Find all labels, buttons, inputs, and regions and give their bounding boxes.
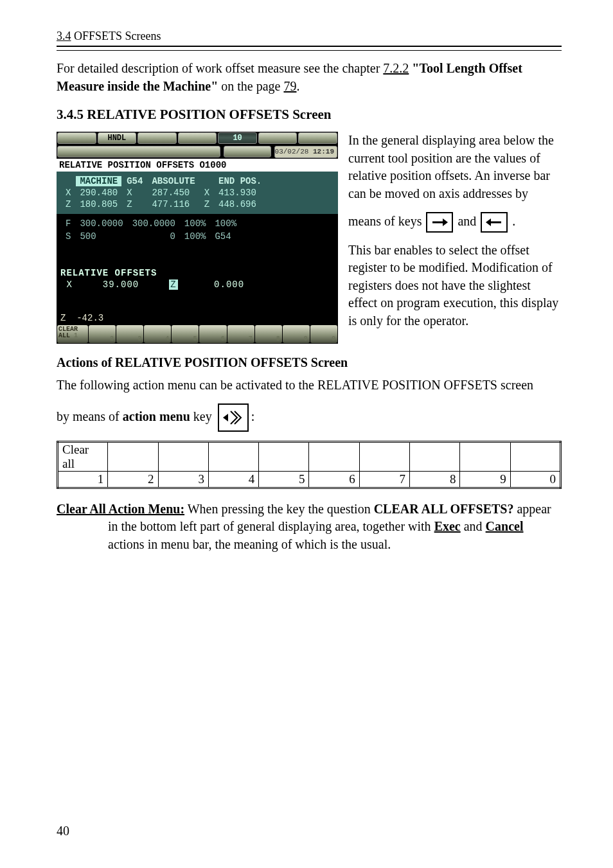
hdr-endpos: END POS.: [215, 176, 265, 186]
topbar-ten: 10: [218, 132, 257, 144]
menu-cell: 5: [172, 325, 199, 343]
cnc-clockrow: 03/02/28 12:19: [57, 145, 338, 159]
rel-title: RELATIVE OFFSETS: [60, 268, 334, 278]
topbar-hndl: HNDL: [98, 132, 137, 144]
svg-marker-3: [486, 218, 491, 226]
menu-cell: 0: [310, 325, 337, 343]
right-p1: In the general displaying area below the…: [348, 132, 562, 202]
ca-and: and: [461, 519, 486, 533]
cnc-rapid: Z -42.3: [60, 313, 103, 323]
menu-cell: 2: [89, 325, 116, 343]
menu-num: 0: [550, 472, 556, 486]
s-percent: 100%: [181, 231, 210, 242]
x-endpos: 413.930: [215, 188, 265, 198]
page-number: 40: [57, 824, 562, 838]
z-endpos: 448.696: [215, 199, 265, 209]
ca-body3: actions in menu bar, the meaning of whic…: [108, 537, 391, 551]
menu-clear-all: CLEARALL 1: [57, 325, 88, 343]
right-column-text: In the general displaying area below the…: [348, 132, 562, 339]
header-rule: [57, 46, 562, 51]
right-p3: This bar enables to select the offset re…: [348, 242, 562, 330]
hdr-g54: G54: [123, 176, 147, 186]
clear-all-title: Clear All Action Menu:: [57, 502, 184, 516]
clear-all-paragraph: Clear All Action Menu: When pressing the…: [57, 500, 562, 554]
topbar-cell: [298, 132, 337, 144]
menu-num: 8: [450, 472, 456, 486]
f-label: F: [62, 218, 75, 229]
page-header: 3.4 OFFSETS Screens: [57, 30, 562, 43]
svg-marker-1: [443, 218, 448, 226]
menu-num: 3: [198, 472, 204, 486]
menu-num: 4: [249, 472, 255, 486]
s-v1: 500: [76, 231, 127, 242]
cnc-screenshot: HNDL 10 03/02/28 12:19 RELATIVE POSITION…: [57, 132, 338, 344]
arrow-left-key-icon: [481, 212, 508, 233]
z-absolute: 477.116: [148, 199, 199, 209]
menu-num: 9: [500, 472, 506, 486]
rel-x-val: 39.000: [103, 279, 139, 290]
ca-body1: When pressing the key the question: [184, 502, 374, 516]
z-machine: 180.805: [76, 199, 121, 209]
ca-cancel: Cancel: [486, 519, 524, 533]
menu-num: 2: [148, 472, 154, 486]
cnc-position-block: MACHINE G54 ABSOLUTE END POS. X290.480 X…: [57, 172, 338, 214]
topbar-cell: [178, 132, 217, 144]
cnc-pos-table: MACHINE G54 ABSOLUTE END POS. X290.480 X…: [57, 173, 271, 212]
menu-cell: 6: [199, 325, 226, 343]
actions-by-c: key: [190, 409, 215, 423]
cnc-relative-offsets: RELATIVE OFFSETS X 39.000 Z 0.000: [57, 246, 338, 295]
cnc-datetime: 03/02/28 12:19: [274, 146, 337, 158]
ca-question: CLEAR ALL OFFSETS?: [374, 502, 514, 516]
intro-paragraph: For detailed description of work offset …: [57, 60, 562, 95]
menu-label-clear-all: Clear all: [62, 443, 89, 470]
intro-mid: on the page: [218, 79, 283, 93]
x-absolute: 287.450: [148, 188, 199, 198]
header-section-ref: 3.4: [57, 30, 71, 42]
right-p2b: and: [458, 213, 479, 227]
actions-title: Actions of RELATIVE POSITION OFFSETS Scr…: [57, 355, 562, 370]
menu-cell: 7: [227, 325, 254, 343]
intro-after: .: [296, 79, 299, 93]
action-menu-key-icon: [218, 403, 249, 432]
actions-intro: The following action menu can be activat…: [57, 376, 562, 394]
topbar-cell: [57, 132, 96, 144]
cnc-title-band: RELATIVE POSITION OFFSETS O1000: [57, 159, 338, 172]
clock-spacer: [57, 146, 220, 157]
svg-marker-4: [223, 414, 228, 421]
ca-exec: Exec: [434, 519, 461, 533]
s-label: S: [62, 231, 75, 242]
topbar-cell: [258, 132, 298, 144]
right-p2a: means of keys: [348, 213, 425, 227]
rel-values: X 39.000 Z 0.000: [60, 279, 334, 290]
right-p2c: .: [512, 213, 515, 227]
s-v2: 0: [129, 231, 179, 242]
actions-by: by means of action menu key :: [57, 403, 562, 432]
f-v2: 300.0000: [129, 218, 179, 229]
page-link[interactable]: 79: [283, 79, 296, 93]
actions-by-bold: action menu: [123, 409, 190, 423]
rel-z-val: 0.000: [214, 279, 244, 290]
chapter-link[interactable]: 7.2.2: [383, 61, 409, 75]
header-section-title: OFFSETS Screens: [74, 30, 161, 42]
menu-num: 5: [299, 472, 305, 486]
menu-num: 1: [98, 472, 104, 486]
menu-cell: 4: [144, 325, 171, 343]
hdr-machine: MACHINE: [76, 176, 121, 186]
menu-cell: 9: [283, 325, 310, 343]
f-percent: 100%: [181, 218, 210, 229]
arrow-right-key-icon: [426, 212, 453, 233]
actions-by-a: by means of: [57, 409, 123, 423]
x-machine: 290.480: [76, 188, 121, 198]
topbar-cell: [138, 132, 177, 144]
cnc-feed-block: F 300.0000 300.0000 100% 100% S 500 0 10…: [57, 214, 338, 246]
section-title-345: 3.4.5 RELATIVE POSITION OFFSETS Screen: [57, 107, 562, 123]
s-g54: G54: [211, 231, 240, 242]
menu-num: 7: [400, 472, 406, 486]
f-v1: 300.0000: [76, 218, 127, 229]
menu-cell: 8: [255, 325, 282, 343]
cnc-topbar: HNDL 10: [57, 132, 338, 145]
intro-text: For detailed description of work offset …: [57, 61, 383, 75]
hdr-absolute: ABSOLUTE: [148, 176, 199, 186]
f-percent2: 100%: [211, 218, 240, 229]
menu-cell: 3: [116, 325, 143, 343]
